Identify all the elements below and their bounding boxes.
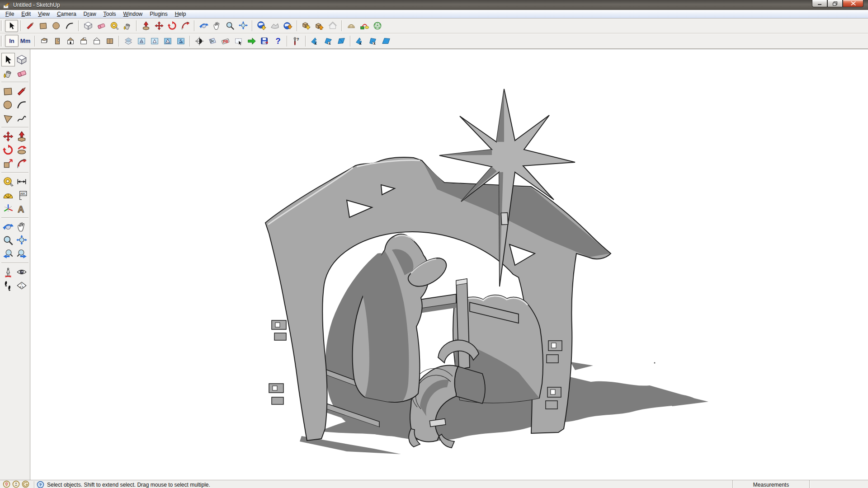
signin-icon[interactable] [22,480,29,488]
make-component-button[interactable] [81,20,94,32]
minimize-button[interactable] [812,0,827,7]
view-left-button[interactable] [90,35,103,47]
save-arrow-button[interactable] [258,35,271,47]
paint-bucket-tool-button[interactable] [1,66,15,80]
protractor-tool-button[interactable] [1,188,15,202]
menu-draw[interactable]: Draw [80,10,100,18]
section-plane-tool-button[interactable]: CA-5 [15,279,28,292]
circle-tool-button[interactable] [1,98,15,112]
scissors-sheet-button[interactable] [206,35,219,47]
tape-measure-tool-button[interactable] [1,175,15,188]
offset-button[interactable] [179,20,192,32]
axes-tool-button[interactable] [1,202,15,216]
view-front-button[interactable] [64,35,77,47]
arc-button[interactable] [63,20,76,32]
circle-button[interactable] [50,20,63,32]
rotate-button[interactable] [165,20,179,32]
tape-measure-button[interactable] [108,20,121,32]
geolocation-icon[interactable] [3,480,10,488]
push-pull-button[interactable] [139,20,152,32]
sandbox-dome-button[interactable] [344,20,358,32]
style-xray-button[interactable] [122,35,135,47]
style-textured-button[interactable] [174,35,187,47]
measurements-value-box[interactable] [809,480,868,488]
orbit-tool-button[interactable] [1,220,15,234]
menu-file[interactable]: File [2,10,18,18]
look-around-tool-button[interactable] [15,265,28,279]
view-right-button[interactable] [51,35,64,47]
menu-help[interactable]: Help [171,10,190,18]
eraser-pb-button[interactable]: PB [219,35,232,47]
follow-me-tool-button[interactable] [15,143,28,157]
pan-tool-button[interactable] [15,220,28,234]
toolbar-grip[interactable] [1,20,3,31]
zoom-next-tool-button[interactable] [15,247,28,261]
position-camera-tool-button[interactable] [1,265,15,279]
unfold-x4-button[interactable]: x [353,35,366,47]
menu-window[interactable]: Window [120,10,146,18]
orbit-button[interactable] [197,20,210,32]
unfold-6-button[interactable] [379,35,392,47]
arc-tool-button[interactable] [15,98,28,112]
rotate-tool-button[interactable] [1,143,15,157]
eraser-tool-button[interactable] [15,66,28,80]
earth-down-button[interactable] [255,20,268,32]
walk-tool-button[interactable] [1,279,15,292]
zoom-previous-tool-button[interactable] [1,247,15,261]
text-tool-button[interactable]: ABC [15,188,28,202]
select-rect-button[interactable] [232,35,245,47]
zoom-tool-button[interactable] [1,234,15,247]
house-gray-button[interactable] [326,20,339,32]
view-back-button[interactable] [77,35,90,47]
polygon-tool-button[interactable] [1,112,15,125]
earth-up-button[interactable] [281,20,294,32]
drawing-canvas[interactable] [30,49,868,480]
push-pull-tool-button[interactable] [15,130,28,143]
menu-camera[interactable]: Camera [53,10,80,18]
style-shaded-button[interactable] [161,35,174,47]
eraser-button[interactable] [94,20,108,32]
help-q-button[interactable]: ? [271,35,284,47]
units-millimeters-button[interactable]: Mm [19,35,32,47]
export-arrow-button[interactable] [245,35,258,47]
pan-button[interactable] [210,20,223,32]
zoom-button[interactable] [223,20,236,32]
offset-tool-button[interactable] [15,157,28,170]
sandbox-drape-button[interactable] [358,20,371,32]
style-wireframe-button[interactable] [135,35,148,47]
toggle-terrain-button[interactable] [268,20,281,32]
dimension-tool-button[interactable] [15,175,28,188]
make-component-tool-button[interactable] [15,53,28,66]
menu-tools[interactable]: Tools [100,10,120,18]
warehouse-get-button[interactable] [300,20,313,32]
select-button[interactable] [5,20,18,32]
claim-credit-icon[interactable] [12,480,20,488]
paint-bucket-button[interactable] [121,20,134,32]
toolbar-grip[interactable] [1,36,3,47]
freehand-tool-button[interactable] [15,112,28,125]
menu-view[interactable]: View [34,10,53,18]
line-button[interactable] [24,20,37,32]
rectangle-tool-button[interactable] [1,84,15,98]
unfold-3-button[interactable] [335,35,348,47]
line-tool-button[interactable] [15,84,28,98]
unfold-x1-button[interactable]: x [308,35,321,47]
context-help-icon[interactable]: ? [37,481,44,488]
view-top-button[interactable] [103,35,116,47]
select-tool-button[interactable] [1,53,15,66]
view-iso-button[interactable] [38,35,51,47]
screwdriver-q-button[interactable]: ? [290,35,303,47]
zoom-extents-button[interactable] [236,20,250,32]
move-button[interactable] [152,20,165,32]
unfold-x2-button[interactable]: x [321,35,335,47]
style-hiddenline-button[interactable] [148,35,161,47]
axes-tool-button[interactable] [193,35,206,47]
move-tool-button[interactable] [1,130,15,143]
scale-tool-button[interactable] [1,157,15,170]
menu-edit[interactable]: Edit [18,10,34,18]
unfold-x5-button[interactable]: x [366,35,379,47]
zoom-extents-tool-button[interactable] [15,234,28,247]
restore-button[interactable] [827,0,843,7]
sandbox-geodesic-button[interactable] [371,20,384,32]
menu-plugins[interactable]: Plugins [146,10,171,18]
